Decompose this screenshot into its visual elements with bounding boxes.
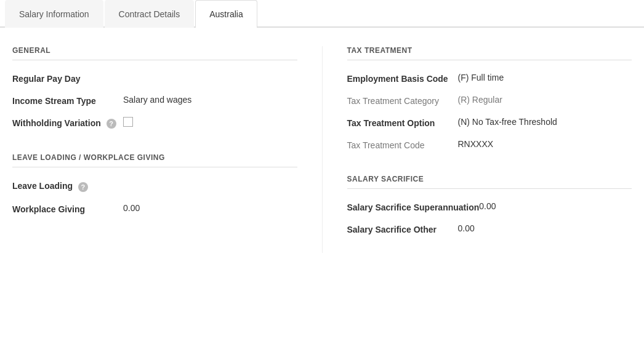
- general-header: GENERAL: [12, 46, 297, 60]
- employment-basis-value: (F) Full time: [458, 73, 504, 82]
- tax-treatment-category-label: Tax Treatment Category: [347, 95, 458, 106]
- tab-bar: Salary Information Contract Details Aust…: [0, 0, 644, 28]
- income-stream-value: Salary and wages: [123, 95, 191, 105]
- employment-basis-row: Employment Basis Code (F) Full time: [347, 73, 632, 84]
- leave-loading-label: Leave Loading ?: [12, 180, 123, 191]
- withholding-checkbox[interactable]: [123, 117, 133, 127]
- salary-sacrifice-header: SALARY SACRIFICE: [347, 175, 632, 189]
- withholding-help-icon[interactable]: ?: [107, 119, 116, 129]
- tab-salary-information[interactable]: Salary Information: [5, 0, 103, 28]
- tax-treatment-code-row: Tax Treatment Code RNXXXX: [347, 139, 632, 150]
- leave-header: LEAVE LOADING / WORKPLACE GIVING: [12, 153, 297, 167]
- leave-loading-row: Leave Loading ?: [12, 180, 297, 191]
- right-panel: TAX TREATMENT Employment Basis Code (F) …: [323, 46, 632, 253]
- workplace-giving-label: Workplace Giving: [12, 203, 123, 214]
- salary-sacrifice-super-label: Salary Sacrifice Superannuation: [347, 201, 480, 212]
- income-stream-label: Income Stream Type: [12, 95, 123, 106]
- employment-basis-label: Employment Basis Code: [347, 73, 458, 84]
- tax-treatment-header: TAX TREATMENT: [347, 46, 632, 60]
- salary-sacrifice-other-label: Salary Sacrifice Other: [347, 223, 458, 234]
- tax-treatment-category-value: (R) Regular: [458, 95, 502, 105]
- tab-australia[interactable]: Australia: [195, 0, 257, 28]
- left-panel: GENERAL Regular Pay Day Income Stream Ty…: [12, 46, 323, 253]
- general-section: GENERAL Regular Pay Day Income Stream Ty…: [12, 46, 297, 129]
- withholding-label: Withholding Variation ?: [12, 117, 123, 129]
- tax-treatment-option-label: Tax Treatment Option: [347, 117, 458, 128]
- leave-section: LEAVE LOADING / WORKPLACE GIVING Leave L…: [12, 153, 297, 214]
- income-stream-row: Income Stream Type Salary and wages: [12, 95, 297, 106]
- tax-treatment-option-value: (N) No Tax-free Threshold: [458, 117, 557, 127]
- salary-sacrifice-super-value: 0.00: [479, 201, 496, 211]
- tax-treatment-code-label: Tax Treatment Code: [347, 139, 458, 150]
- regular-pay-day-label: Regular Pay Day: [12, 73, 123, 84]
- main-content: GENERAL Regular Pay Day Income Stream Ty…: [0, 28, 644, 265]
- tab-contract-details[interactable]: Contract Details: [105, 0, 195, 28]
- workplace-giving-value: 0.00: [123, 203, 140, 213]
- tax-treatment-code-value: RNXXXX: [458, 139, 494, 149]
- salary-sacrifice-other-value: 0.00: [458, 223, 475, 233]
- tax-treatment-option-row: Tax Treatment Option (N) No Tax-free Thr…: [347, 117, 632, 128]
- regular-pay-day-row: Regular Pay Day: [12, 73, 297, 84]
- withholding-row: Withholding Variation ?: [12, 117, 297, 129]
- salary-sacrifice-super-row: Salary Sacrifice Superannuation 0.00: [347, 201, 632, 212]
- salary-sacrifice-section: SALARY SACRIFICE Salary Sacrifice Supera…: [347, 175, 632, 234]
- workplace-giving-row: Workplace Giving 0.00: [12, 203, 297, 214]
- tax-treatment-section: TAX TREATMENT Employment Basis Code (F) …: [347, 46, 632, 150]
- leave-loading-help-icon[interactable]: ?: [78, 182, 88, 192]
- tax-treatment-category-row: Tax Treatment Category (R) Regular: [347, 95, 632, 106]
- salary-sacrifice-other-row: Salary Sacrifice Other 0.00: [347, 223, 632, 234]
